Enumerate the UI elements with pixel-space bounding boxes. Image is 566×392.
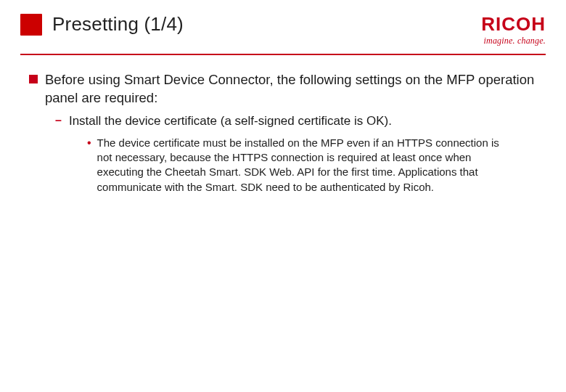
slide: Presetting (1/4) RICOH imagine. change. … [0, 0, 566, 392]
content: Before using Smart Device Connector, the… [0, 62, 566, 195]
bullet-level-2: – Install the device certificate (a self… [55, 113, 537, 130]
bullet-level-1: Before using Smart Device Connector, the… [29, 71, 537, 107]
page-title: Presetting (1/4) [52, 13, 184, 36]
bullet-level-3-text: The device certificate must be installed… [97, 136, 511, 195]
bullet-level-2-text: Install the device certificate (a self-s… [69, 113, 392, 130]
bullet-level-1-text: Before using Smart Device Connector, the… [45, 71, 537, 107]
logo-text: RICOH [481, 15, 546, 33]
square-bullet-icon [29, 75, 38, 83]
title-square-icon [20, 14, 42, 36]
header-rule [20, 54, 546, 55]
dot-bullet-icon: • [87, 136, 91, 195]
header-row: Presetting (1/4) RICOH imagine. change. [0, 0, 566, 51]
logo: RICOH imagine. change. [481, 13, 546, 46]
title-wrap: Presetting (1/4) [20, 13, 184, 36]
dash-bullet-icon: – [55, 114, 62, 130]
logo-tagline: imagine. change. [483, 36, 546, 46]
bullet-level-3: • The device certificate must be install… [87, 136, 537, 195]
